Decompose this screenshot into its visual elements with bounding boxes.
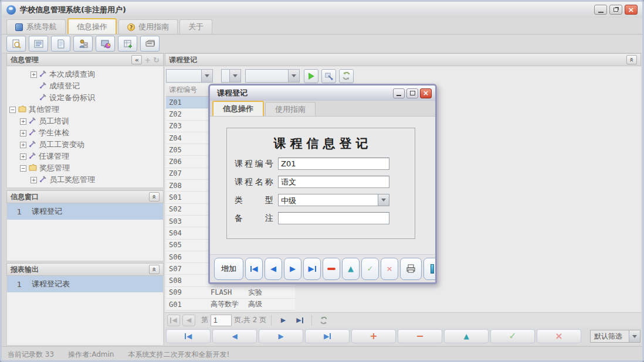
prev-page-button[interactable]: ◀ xyxy=(182,315,195,326)
card-device-button[interactable] xyxy=(140,36,160,52)
chevron-down-icon[interactable] xyxy=(378,194,389,206)
tree-item-1[interactable]: 成绩登记 xyxy=(7,80,163,92)
tree-item-9[interactable]: +员工奖惩管理 xyxy=(7,174,163,186)
tree-item-0[interactable]: +本次成绩查询 xyxy=(7,69,163,80)
add-record-button[interactable]: + xyxy=(351,329,396,343)
dialog-maximize-button[interactable] xyxy=(406,88,418,98)
course-type-select[interactable]: 中级 xyxy=(278,194,389,206)
table-add-button[interactable] xyxy=(118,36,137,52)
run-filter-button[interactable] xyxy=(304,69,318,83)
next-record-button[interactable]: ▶ xyxy=(259,329,303,343)
tree-item-3[interactable]: −其他管理 xyxy=(7,104,163,115)
advanced-filter-button[interactable] xyxy=(321,69,336,83)
chevron-down-icon[interactable] xyxy=(629,330,640,342)
confirm-record-button[interactable]: ✓ xyxy=(490,329,535,343)
dialog-minimize-button[interactable] xyxy=(393,88,405,98)
expand-icon[interactable]: + xyxy=(20,142,26,148)
expand-icon[interactable]: + xyxy=(30,71,37,78)
default-filter-select[interactable]: 默认筛选 xyxy=(590,330,640,343)
add-record-button[interactable]: 增加 xyxy=(214,258,243,280)
tree-item-6[interactable]: +员工工资变动 xyxy=(7,139,163,151)
dialog-tab-info-operation[interactable]: 信息操作 xyxy=(212,101,264,116)
page-number-input[interactable] xyxy=(211,315,232,326)
tree-item-4[interactable]: +员工培训 xyxy=(7,115,163,127)
collapse-main-button[interactable]: « xyxy=(626,55,637,64)
prev-button[interactable]: ◀ xyxy=(265,258,282,280)
expand-icon[interactable]: + xyxy=(20,118,26,125)
close-button[interactable]: × xyxy=(625,5,638,15)
table-row[interactable]: S09FLASH实验 xyxy=(166,287,295,299)
partial-button[interactable] xyxy=(423,258,435,280)
list-item[interactable]: 1课程登记表 xyxy=(7,276,163,292)
table-cell: S09 xyxy=(166,288,208,296)
cancel-button[interactable]: × xyxy=(381,258,398,280)
restore-button[interactable] xyxy=(609,5,622,15)
dialog-close-button[interactable]: × xyxy=(420,88,432,98)
chevron-down-icon[interactable] xyxy=(229,70,240,82)
column-header-course-code[interactable]: 课程编号 xyxy=(166,85,208,95)
edit-record-button[interactable]: ▲ xyxy=(444,329,489,343)
window-title: 学校信息管理系统(非注册用户) xyxy=(20,5,126,15)
filter-row xyxy=(166,69,354,83)
filter-field-combo[interactable] xyxy=(166,69,213,83)
edit-button[interactable]: ▲ xyxy=(342,258,360,280)
document-button[interactable] xyxy=(51,36,70,52)
expand-icon[interactable]: + xyxy=(20,153,26,160)
prev-icon: ◀ xyxy=(232,333,237,340)
prev-record-button[interactable]: ◀ xyxy=(212,329,257,343)
remove-record-button[interactable]: − xyxy=(398,329,442,343)
remark-input[interactable] xyxy=(278,212,389,224)
app-window: 学校信息管理系统(非注册用户) × 系统导航 信息操作 ? 使用指南 关于 xyxy=(0,0,644,362)
tab-system-nav[interactable]: 系统导航 xyxy=(6,19,66,34)
user-manage-button[interactable] xyxy=(73,36,93,52)
chevron-down-icon[interactable] xyxy=(288,70,299,82)
last-button[interactable]: ▶ xyxy=(303,258,321,280)
collapse-icon[interactable]: − xyxy=(20,165,26,172)
refresh-icon xyxy=(342,71,351,80)
tree-item-5[interactable]: +学生体检 xyxy=(7,127,163,139)
tree-item-8[interactable]: −奖惩管理 xyxy=(7,162,163,174)
refresh-button[interactable] xyxy=(339,69,354,83)
data-list-button[interactable] xyxy=(29,36,48,52)
collapse-sidebar-button[interactable]: « xyxy=(131,55,142,64)
first-page-button[interactable]: ◀ xyxy=(167,315,180,326)
expand-icon[interactable]: + xyxy=(30,177,37,183)
expand-icon[interactable]: + xyxy=(20,130,26,136)
monitor-chart-button[interactable] xyxy=(96,36,115,52)
dialog-tab-user-guide[interactable]: 使用指南 xyxy=(265,102,316,116)
preview-search-button[interactable] xyxy=(6,36,26,52)
next-button[interactable]: ▶ xyxy=(284,258,301,280)
tool-icon xyxy=(29,128,36,138)
tab-about[interactable]: 关于 xyxy=(179,19,212,34)
table-cell: Z06 xyxy=(166,158,208,166)
first-record-button[interactable]: ◀ xyxy=(166,329,211,343)
cancel-icon: × xyxy=(555,332,562,341)
field-label: 备 注 xyxy=(235,213,273,224)
remove-button[interactable] xyxy=(323,258,340,280)
collapse-panel-button[interactable]: « xyxy=(149,192,160,202)
refresh-page-button[interactable] xyxy=(317,315,331,326)
tab-user-guide[interactable]: ? 使用指南 xyxy=(118,19,178,34)
filter-operator-combo[interactable] xyxy=(221,69,241,83)
table-cell: 高级 xyxy=(246,299,295,309)
first-button[interactable]: ◀ xyxy=(245,258,263,280)
last-record-button[interactable]: ▶ xyxy=(305,329,350,343)
tab-info-operation[interactable]: 信息操作 xyxy=(67,18,117,34)
field-label: 课程名称 xyxy=(235,177,273,187)
filter-value-combo[interactable] xyxy=(245,69,300,83)
next-page-button[interactable]: ▶ xyxy=(276,315,290,326)
minimize-button[interactable] xyxy=(594,5,607,15)
last-page-button[interactable]: ▶ xyxy=(293,315,307,326)
collapse-panel-button[interactable]: « xyxy=(149,265,160,274)
tree-item-2[interactable]: 设定备份标识 xyxy=(7,92,163,104)
cancel-record-button[interactable]: × xyxy=(537,329,581,343)
course-code-input[interactable] xyxy=(278,158,389,170)
course-name-input[interactable] xyxy=(278,176,389,188)
confirm-button[interactable]: ✓ xyxy=(361,258,379,280)
collapse-icon[interactable]: − xyxy=(9,107,16,113)
print-button[interactable] xyxy=(400,258,422,280)
chevron-down-icon[interactable] xyxy=(201,70,212,82)
tree-item-7[interactable]: +任课管理 xyxy=(7,151,163,162)
list-item[interactable]: 1课程登记 xyxy=(7,203,163,220)
table-row[interactable]: G01高等数学高级 xyxy=(166,299,295,310)
